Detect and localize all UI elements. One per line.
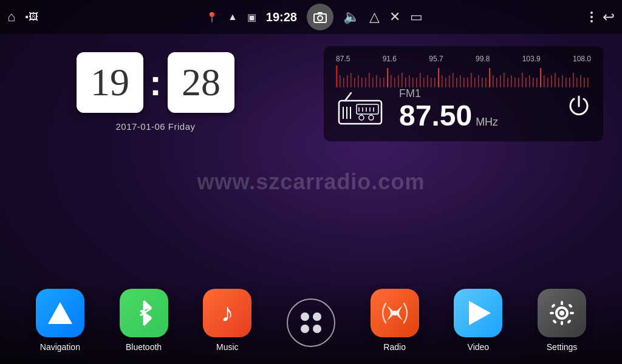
clock-date: 2017-01-06 Friday — [115, 121, 195, 132]
app-grid: Navigation Bluetooth ♪ Music — [0, 283, 622, 364]
svg-rect-16 — [383, 78, 384, 87]
app-settings[interactable]: Settings — [538, 289, 586, 352]
freq-108: 108.0 — [573, 55, 591, 63]
svg-rect-27 — [423, 78, 425, 87]
radio-power-icon[interactable] — [567, 94, 591, 124]
svg-point-94 — [559, 311, 564, 315]
svg-rect-101 — [552, 319, 557, 324]
window-icon[interactable]: ▭ — [410, 9, 423, 25]
radio-app-icon[interactable] — [371, 289, 419, 337]
radio-band: FM1 — [399, 87, 552, 100]
svg-rect-57 — [533, 78, 534, 87]
freq-103: 103.9 — [522, 55, 541, 63]
close-icon[interactable]: ✕ — [389, 9, 400, 25]
svg-point-86 — [359, 115, 364, 120]
svg-rect-96 — [561, 321, 563, 325]
svg-rect-64 — [558, 78, 559, 87]
radio-frequency: 87.50 — [399, 101, 472, 130]
music-note-icon: ♪ — [221, 298, 234, 328]
radio-widget[interactable]: 87.5 91.6 95.7 99.8 103.9 108.0 // ticks… — [324, 46, 603, 141]
all-apps-icon[interactable] — [287, 298, 335, 347]
clock-hours: 19 — [77, 52, 143, 113]
svg-rect-71 — [584, 78, 585, 87]
svg-rect-8 — [354, 78, 355, 87]
settings-icon[interactable] — [538, 289, 586, 337]
svg-rect-20 — [398, 75, 399, 87]
svg-rect-39 — [467, 78, 468, 87]
radio-icon — [336, 90, 384, 129]
svg-rect-40 — [471, 73, 472, 87]
svg-rect-67 — [569, 78, 570, 87]
svg-rect-15 — [380, 78, 381, 87]
freq-95: 95.7 — [429, 55, 443, 63]
svg-rect-46 — [493, 75, 494, 87]
svg-rect-35 — [453, 73, 454, 87]
music-icon[interactable]: ♪ — [203, 289, 251, 337]
navigation-icon[interactable] — [36, 289, 84, 337]
freq-99: 99.8 — [476, 55, 490, 63]
svg-rect-47 — [496, 78, 497, 87]
app-video[interactable]: Video — [454, 289, 502, 352]
clock-widget: 19 : 28 — [77, 52, 234, 113]
home-icon[interactable]: ⌂ — [7, 9, 15, 25]
svg-rect-10 — [361, 78, 363, 87]
svg-rect-53 — [518, 78, 519, 87]
video-icon[interactable] — [454, 289, 502, 337]
clock-minutes: 28 — [168, 52, 234, 113]
svg-rect-72 — [587, 78, 589, 87]
svg-rect-38 — [463, 78, 465, 87]
camera-button[interactable] — [307, 4, 333, 30]
svg-rect-48 — [500, 75, 501, 87]
svg-rect-49 — [504, 73, 505, 87]
svg-point-87 — [369, 115, 374, 120]
svg-rect-98 — [570, 312, 574, 314]
play-icon — [469, 301, 491, 325]
svg-rect-12 — [369, 73, 370, 87]
location-icon[interactable]: 📍 — [206, 12, 218, 23]
svg-rect-97 — [550, 312, 554, 314]
svg-rect-37 — [460, 75, 461, 87]
svg-rect-6 — [347, 75, 348, 87]
svg-rect-62 — [551, 75, 552, 87]
svg-rect-21 — [402, 73, 403, 87]
video-label: Video — [468, 342, 490, 352]
app-navigation[interactable]: Navigation — [36, 289, 84, 352]
app-bluetooth[interactable]: Bluetooth — [120, 289, 168, 352]
svg-rect-26 — [420, 73, 421, 87]
svg-rect-74 — [336, 66, 337, 87]
dot-2 — [313, 312, 321, 321]
svg-rect-33 — [445, 78, 446, 87]
clock-colon: : — [149, 62, 162, 104]
back-icon[interactable]: ↩ — [603, 8, 615, 25]
status-bar: ⌂ ▪🖼 📍 ▲ ▣ 19:28 🔈 △ ✕ ▭ ↩ — [0, 0, 622, 34]
app-all-apps[interactable] — [287, 298, 335, 352]
menu-icon[interactable] — [590, 12, 593, 22]
svg-rect-60 — [544, 75, 545, 87]
card-icon[interactable]: ▪🖼 — [25, 12, 38, 22]
freq-87: 87.5 — [336, 55, 350, 63]
radio-freq-area: 87.5 91.6 95.7 99.8 103.9 108.0 // ticks… — [336, 55, 591, 87]
svg-rect-52 — [514, 78, 516, 87]
freq-ruler: // ticks rendered inline // Can't run sc… — [336, 66, 591, 87]
svg-rect-19 — [394, 78, 395, 87]
svg-rect-102 — [567, 319, 572, 324]
svg-rect-54 — [522, 73, 523, 87]
signal-icon[interactable]: ▣ — [247, 12, 256, 23]
svg-rect-18 — [391, 75, 392, 87]
status-time: 19:28 — [266, 10, 297, 24]
svg-rect-4 — [340, 75, 341, 87]
wifi-icon[interactable]: ▲ — [228, 12, 238, 22]
dot-3 — [301, 325, 309, 333]
music-label: Music — [216, 342, 239, 352]
bluetooth-icon[interactable] — [120, 289, 168, 337]
app-music[interactable]: ♪ Music — [203, 289, 251, 352]
app-radio[interactable]: Radio — [371, 289, 419, 352]
eject-icon[interactable]: △ — [369, 9, 380, 25]
svg-rect-11 — [365, 78, 366, 87]
navigation-label: Navigation — [40, 342, 80, 352]
svg-rect-56 — [529, 75, 530, 87]
settings-label: Settings — [547, 342, 578, 352]
volume-icon[interactable]: 🔈 — [343, 9, 360, 25]
svg-rect-55 — [525, 78, 527, 87]
svg-rect-31 — [438, 68, 439, 87]
